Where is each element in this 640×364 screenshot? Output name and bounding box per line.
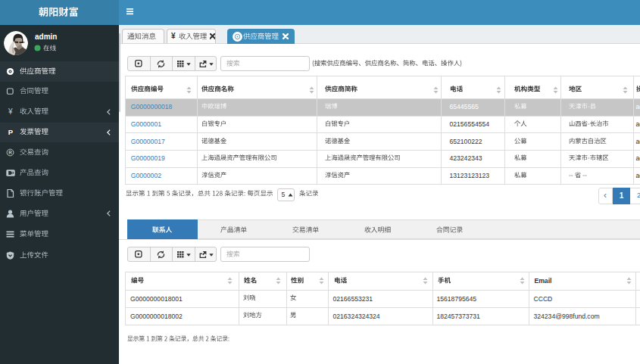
svg-text:R: R [9, 150, 13, 155]
